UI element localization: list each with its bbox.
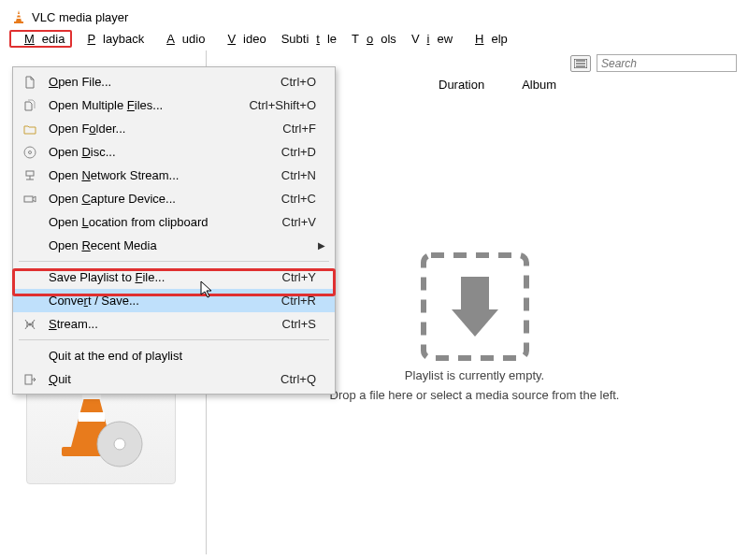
vlc-window: VLC media player Media Playback Audio Vi… <box>0 0 748 560</box>
menu-item-label: Convert / Save... <box>41 294 281 308</box>
menu-item-open-capture-device[interactable]: Open Capture Device...Ctrl+C <box>13 187 335 210</box>
menu-item-shortcut: Ctrl+N <box>281 168 316 182</box>
menu-media[interactable]: Media <box>9 30 72 48</box>
column-duration[interactable]: Duration <box>439 78 484 92</box>
menu-separator <box>19 261 329 262</box>
menu-item-quit[interactable]: QuitCtrl+Q <box>13 367 335 391</box>
menu-item-convert-save[interactable]: Convert / Save...Ctrl+R <box>13 289 335 312</box>
menu-item-open-file[interactable]: Open File...Ctrl+O <box>13 70 335 93</box>
menu-audio[interactable]: Audio <box>151 30 212 48</box>
menu-item-open-network-stream[interactable]: Open Network Stream...Ctrl+N <box>13 164 335 187</box>
menu-tools[interactable]: Tools <box>344 30 404 48</box>
network-icon <box>19 169 41 182</box>
menu-item-stream[interactable]: Stream...Ctrl+S <box>13 312 335 336</box>
menu-item-label: Open Network Stream... <box>41 168 281 182</box>
drop-arrow-icon <box>410 251 540 363</box>
menu-item-open-location-from-clipboard[interactable]: Open Location from clipboardCtrl+V <box>13 210 335 234</box>
menu-view[interactable]: View <box>404 30 460 48</box>
menu-item-label: Quit <box>41 372 280 386</box>
menu-item-label: Open Multiple Files... <box>41 98 249 112</box>
files-icon <box>19 99 41 112</box>
menu-item-shortcut: Ctrl+Shift+O <box>249 98 316 112</box>
quit-icon <box>19 373 41 386</box>
folder-icon <box>19 122 41 136</box>
menu-item-open-multiple-files[interactable]: Open Multiple Files...Ctrl+Shift+O <box>13 93 335 117</box>
empty-text-1: Playlist is currently empty. <box>405 368 544 382</box>
svg-rect-7 <box>79 412 105 422</box>
svg-point-17 <box>24 147 36 158</box>
window-title: VLC media player <box>32 10 128 24</box>
menu-item-shortcut: Ctrl+D <box>281 145 316 159</box>
menu-item-label: Open Folder... <box>41 122 282 136</box>
titlebar: VLC media player <box>6 6 742 28</box>
submenu-arrow-icon: ▶ <box>316 240 325 251</box>
svg-rect-15 <box>461 277 489 309</box>
column-album[interactable]: Album <box>522 78 556 92</box>
file-icon <box>19 76 41 89</box>
menu-item-save-playlist-to-file[interactable]: Save Playlist to File...Ctrl+Y <box>13 266 335 289</box>
menu-item-shortcut: Ctrl+Q <box>280 372 316 386</box>
search-input[interactable] <box>597 54 737 72</box>
svg-marker-16 <box>452 309 498 337</box>
menu-help[interactable]: Help <box>460 30 515 48</box>
menu-item-open-recent-media[interactable]: Open Recent Media▶ <box>13 234 335 257</box>
svg-rect-2 <box>17 14 21 16</box>
menu-item-open-disc[interactable]: Open Disc...Ctrl+D <box>13 140 335 164</box>
svg-point-9 <box>114 438 125 450</box>
menu-item-label: Stream... <box>41 317 282 331</box>
menu-item-label: Open File... <box>41 75 280 89</box>
menu-item-label: Open Location from clipboard <box>41 215 282 229</box>
media-menu-popup: Open File...Ctrl+OOpen Multiple Files...… <box>12 66 336 395</box>
menu-playback[interactable]: Playback <box>72 30 151 48</box>
camera-icon <box>19 193 41 206</box>
menu-item-shortcut: Ctrl+R <box>281 294 316 308</box>
menu-item-shortcut: Ctrl+S <box>282 317 316 331</box>
view-toggle-icon[interactable] <box>570 55 591 72</box>
svg-point-23 <box>29 323 32 325</box>
menu-item-quit-at-the-end-of-playlist[interactable]: Quit at the end of playlist <box>13 344 335 367</box>
menu-item-shortcut: Ctrl+V <box>282 215 316 229</box>
menu-item-label: Open Disc... <box>41 145 281 159</box>
menu-item-shortcut: Ctrl+O <box>280 75 316 89</box>
svg-rect-1 <box>14 22 23 23</box>
menu-item-open-folder[interactable]: Open Folder...Ctrl+F <box>13 117 335 140</box>
disc-icon <box>19 146 41 159</box>
menu-video[interactable]: Video <box>212 30 273 48</box>
menu-item-shortcut: Ctrl+F <box>282 122 316 136</box>
svg-marker-0 <box>16 10 22 22</box>
svg-rect-24 <box>25 375 32 384</box>
menu-item-label: Quit at the end of playlist <box>41 349 316 363</box>
menu-item-label: Open Capture Device... <box>41 192 281 206</box>
menu-item-shortcut: Ctrl+Y <box>282 270 316 284</box>
menu-separator <box>19 339 329 340</box>
menu-subtitle[interactable]: Subtitle <box>274 30 344 48</box>
svg-rect-19 <box>26 171 34 176</box>
menu-item-label: Open Recent Media <box>41 238 316 252</box>
menubar: Media Playback Audio Video Subtitle Tool… <box>6 28 742 50</box>
stream-icon <box>19 318 41 331</box>
vlc-cone-icon <box>11 9 26 24</box>
menu-item-label: Save Playlist to File... <box>41 270 282 284</box>
empty-text-2: Drop a file here or select a media sourc… <box>330 388 620 402</box>
menu-item-shortcut: Ctrl+C <box>281 192 316 206</box>
svg-point-18 <box>29 151 32 153</box>
svg-rect-3 <box>17 18 22 20</box>
svg-rect-22 <box>24 196 33 202</box>
